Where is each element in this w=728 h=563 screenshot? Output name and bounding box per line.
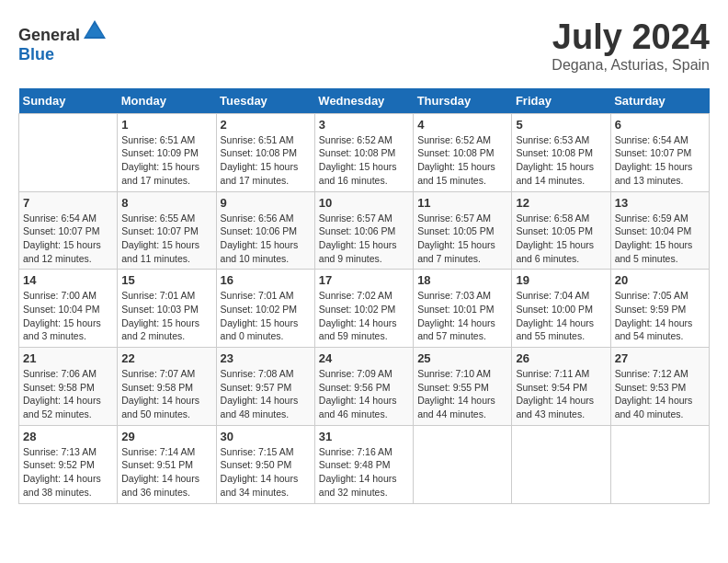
calendar-week-row: 1 Sunrise: 6:51 AM Sunset: 10:09 PM Dayl… xyxy=(19,113,710,191)
sunset-label: Sunset: 10:05 PM xyxy=(516,225,592,236)
cell-details: Sunrise: 7:06 AM Sunset: 9:58 PM Dayligh… xyxy=(23,367,113,421)
sunset-label: Sunset: 10:07 PM xyxy=(615,147,691,158)
sunset-label: Sunset: 10:08 PM xyxy=(221,147,297,158)
logo-icon xyxy=(82,18,108,40)
day-number: 3 xyxy=(319,118,409,132)
cell-details: Sunrise: 7:10 AM Sunset: 9:55 PM Dayligh… xyxy=(417,367,507,421)
weekday-header-thursday: Thursday xyxy=(414,88,512,114)
day-number: 11 xyxy=(417,196,507,210)
calendar-cell: 4 Sunrise: 6:52 AM Sunset: 10:08 PM Dayl… xyxy=(414,113,512,191)
calendar-cell: 2 Sunrise: 6:51 AM Sunset: 10:08 PM Dayl… xyxy=(216,113,314,191)
daylight-label: Daylight: 15 hours and 14 minutes. xyxy=(516,161,594,186)
sunrise-label: Sunrise: 7:01 AM xyxy=(221,290,294,301)
daylight-label: Daylight: 14 hours and 38 minutes. xyxy=(23,473,101,498)
calendar-cell: 31 Sunrise: 7:16 AM Sunset: 9:48 PM Dayl… xyxy=(314,425,413,503)
daylight-label: Daylight: 14 hours and 54 minutes. xyxy=(615,317,693,342)
logo-general: General xyxy=(18,26,80,44)
cell-details: Sunrise: 7:01 AM Sunset: 10:02 PM Daylig… xyxy=(221,289,311,343)
sunset-label: Sunset: 10:02 PM xyxy=(319,304,395,315)
sunrise-label: Sunrise: 6:55 AM xyxy=(121,213,195,224)
daylight-label: Daylight: 14 hours and 55 minutes. xyxy=(516,317,594,342)
sunset-label: Sunset: 10:04 PM xyxy=(23,304,99,315)
cell-details: Sunrise: 7:16 AM Sunset: 9:48 PM Dayligh… xyxy=(319,445,409,500)
calendar-cell xyxy=(512,425,610,503)
sunrise-label: Sunrise: 7:10 AM xyxy=(417,368,491,379)
sunrise-label: Sunrise: 7:01 AM xyxy=(121,290,195,301)
calendar-cell xyxy=(19,113,118,191)
calendar-cell: 13 Sunrise: 6:59 AM Sunset: 10:04 PM Day… xyxy=(610,191,709,270)
daylight-label: Daylight: 15 hours and 17 minutes. xyxy=(121,161,199,186)
daylight-label: Daylight: 15 hours and 9 minutes. xyxy=(319,239,397,264)
cell-details: Sunrise: 6:56 AM Sunset: 10:06 PM Daylig… xyxy=(221,212,311,266)
sunset-label: Sunset: 9:50 PM xyxy=(221,459,292,470)
sunrise-label: Sunrise: 6:58 AM xyxy=(516,213,589,224)
calendar-cell: 6 Sunrise: 6:54 AM Sunset: 10:07 PM Dayl… xyxy=(610,113,709,191)
daylight-label: Daylight: 15 hours and 12 minutes. xyxy=(23,239,101,264)
sunrise-label: Sunrise: 6:53 AM xyxy=(516,134,589,145)
day-number: 22 xyxy=(121,351,211,365)
day-number: 2 xyxy=(221,118,311,132)
sunrise-label: Sunrise: 7:04 AM xyxy=(516,290,589,301)
calendar-cell: 8 Sunrise: 6:55 AM Sunset: 10:07 PM Dayl… xyxy=(118,191,216,270)
cell-details: Sunrise: 7:11 AM Sunset: 9:54 PM Dayligh… xyxy=(516,367,606,421)
day-number: 20 xyxy=(615,273,705,287)
calendar-cell: 14 Sunrise: 7:00 AM Sunset: 10:04 PM Day… xyxy=(19,270,118,348)
day-number: 23 xyxy=(221,351,311,365)
calendar-cell: 21 Sunrise: 7:06 AM Sunset: 9:58 PM Dayl… xyxy=(19,348,118,426)
sunrise-label: Sunrise: 7:00 AM xyxy=(23,290,97,301)
calendar-cell: 24 Sunrise: 7:09 AM Sunset: 9:56 PM Dayl… xyxy=(314,348,413,426)
cell-details: Sunrise: 6:59 AM Sunset: 10:04 PM Daylig… xyxy=(615,212,705,266)
day-number: 12 xyxy=(516,196,606,210)
weekday-header-tuesday: Tuesday xyxy=(216,88,314,114)
day-number: 4 xyxy=(417,118,507,132)
calendar-cell: 9 Sunrise: 6:56 AM Sunset: 10:06 PM Dayl… xyxy=(216,191,314,270)
day-number: 29 xyxy=(121,430,211,443)
sunset-label: Sunset: 10:00 PM xyxy=(516,304,592,315)
day-number: 26 xyxy=(516,351,606,365)
sunrise-label: Sunrise: 7:11 AM xyxy=(516,368,589,379)
day-number: 9 xyxy=(221,196,311,210)
daylight-label: Daylight: 14 hours and 34 minutes. xyxy=(221,473,299,498)
cell-details: Sunrise: 7:08 AM Sunset: 9:57 PM Dayligh… xyxy=(221,367,311,421)
day-number: 8 xyxy=(121,196,211,210)
calendar-cell: 16 Sunrise: 7:01 AM Sunset: 10:02 PM Day… xyxy=(216,270,314,348)
day-number: 14 xyxy=(23,273,113,287)
sunset-label: Sunset: 10:07 PM xyxy=(23,225,99,236)
sunrise-label: Sunrise: 7:06 AM xyxy=(23,368,97,379)
sunrise-label: Sunrise: 6:59 AM xyxy=(615,213,688,224)
sunrise-label: Sunrise: 7:07 AM xyxy=(121,368,195,379)
logo: General Blue xyxy=(18,18,108,64)
calendar-cell: 28 Sunrise: 7:13 AM Sunset: 9:52 PM Dayl… xyxy=(19,425,118,503)
cell-details: Sunrise: 6:54 AM Sunset: 10:07 PM Daylig… xyxy=(615,133,705,188)
sunset-label: Sunset: 9:55 PM xyxy=(417,382,489,393)
daylight-label: Daylight: 15 hours and 15 minutes. xyxy=(417,161,495,186)
location-subtitle: Degana, Asturias, Spain xyxy=(552,57,710,74)
sunset-label: Sunset: 10:08 PM xyxy=(319,147,395,158)
cell-details: Sunrise: 6:57 AM Sunset: 10:05 PM Daylig… xyxy=(417,212,507,266)
calendar-cell: 18 Sunrise: 7:03 AM Sunset: 10:01 PM Day… xyxy=(414,270,512,348)
cell-details: Sunrise: 6:51 AM Sunset: 10:09 PM Daylig… xyxy=(121,133,211,188)
day-number: 19 xyxy=(516,273,606,287)
sunrise-label: Sunrise: 7:02 AM xyxy=(319,290,392,301)
sunrise-label: Sunrise: 6:57 AM xyxy=(319,213,392,224)
sunset-label: Sunset: 10:08 PM xyxy=(417,147,494,158)
calendar-cell: 3 Sunrise: 6:52 AM Sunset: 10:08 PM Dayl… xyxy=(314,113,413,191)
calendar-cell: 12 Sunrise: 6:58 AM Sunset: 10:05 PM Day… xyxy=(512,191,610,270)
weekday-header-friday: Friday xyxy=(512,88,610,114)
sunrise-label: Sunrise: 6:57 AM xyxy=(417,213,491,224)
daylight-label: Daylight: 14 hours and 57 minutes. xyxy=(417,317,495,342)
cell-details: Sunrise: 7:07 AM Sunset: 9:58 PM Dayligh… xyxy=(121,367,211,421)
calendar-cell: 7 Sunrise: 6:54 AM Sunset: 10:07 PM Dayl… xyxy=(19,191,118,270)
sunset-label: Sunset: 10:02 PM xyxy=(221,304,297,315)
sunrise-label: Sunrise: 7:15 AM xyxy=(221,446,294,457)
sunset-label: Sunset: 10:06 PM xyxy=(319,225,395,236)
day-number: 27 xyxy=(615,351,705,365)
sunrise-label: Sunrise: 6:54 AM xyxy=(615,134,688,145)
day-number: 6 xyxy=(615,118,705,132)
day-number: 25 xyxy=(417,351,507,365)
sunset-label: Sunset: 9:57 PM xyxy=(221,382,292,393)
daylight-label: Daylight: 14 hours and 52 minutes. xyxy=(23,395,101,419)
sunset-label: Sunset: 9:59 PM xyxy=(615,304,687,315)
sunrise-label: Sunrise: 6:51 AM xyxy=(221,134,294,145)
daylight-label: Daylight: 15 hours and 16 minutes. xyxy=(319,161,397,186)
